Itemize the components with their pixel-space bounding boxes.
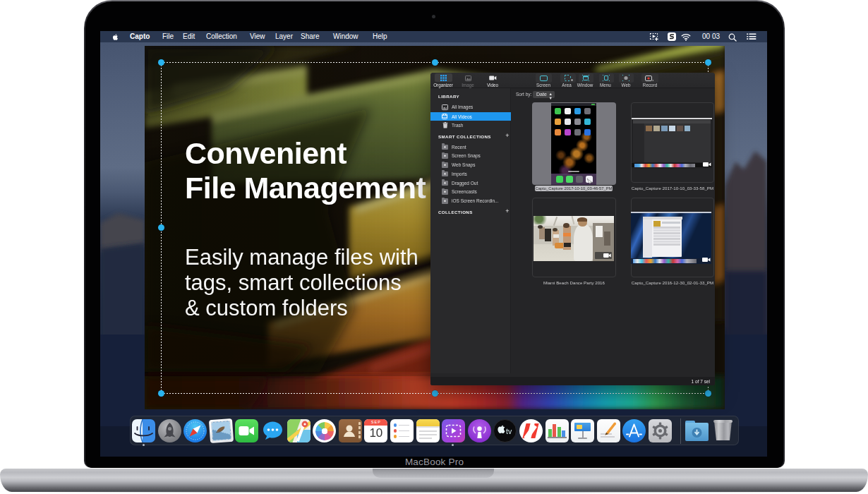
svg-text:tv: tv [506,427,512,435]
